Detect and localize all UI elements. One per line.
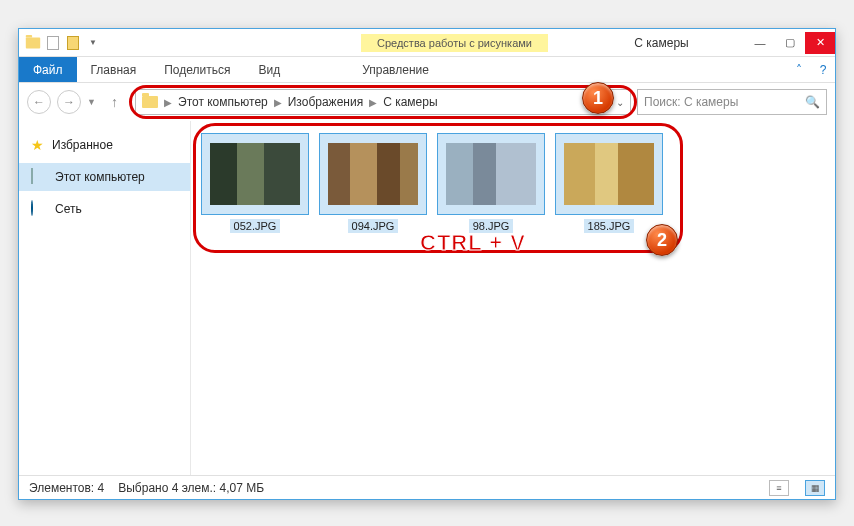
- details-view-button[interactable]: ≡: [769, 480, 789, 496]
- body: ★ Избранное Этот компьютер Сеть 052.JPG: [19, 121, 835, 475]
- file-item[interactable]: 98.JPG: [437, 133, 545, 233]
- thumbnail: [555, 133, 663, 215]
- network-icon: [31, 201, 47, 217]
- tab-home[interactable]: Главная: [77, 57, 151, 82]
- address-bar[interactable]: ▶ Этот компьютер ▶ Изображения ▶ С камер…: [135, 89, 631, 115]
- status-item-count: Элементов: 4: [29, 481, 104, 495]
- sidebar-item-network[interactable]: Сеть: [19, 195, 190, 223]
- status-bar: Элементов: 4 Выбрано 4 элем.: 4,07 МБ ≡ …: [19, 475, 835, 499]
- file-item[interactable]: 052.JPG: [201, 133, 309, 233]
- search-icon[interactable]: 🔍: [805, 95, 820, 109]
- up-button[interactable]: ↑: [111, 94, 129, 110]
- thumbnails-view-button[interactable]: ▦: [805, 480, 825, 496]
- file-item[interactable]: 185.JPG: [555, 133, 663, 233]
- file-list[interactable]: 052.JPG 094.JPG 98.JPG 185.JPG: [191, 121, 835, 475]
- close-button[interactable]: ✕: [805, 32, 835, 54]
- status-selection: Выбрано 4 элем.: 4,07 МБ: [118, 481, 264, 495]
- search-placeholder: Поиск: С камеры: [644, 95, 738, 109]
- titlebar: ▼ Средства работы с рисунками С камеры —…: [19, 29, 835, 57]
- context-tab-label: Средства работы с рисунками: [361, 34, 548, 52]
- sidebar-item-favorites[interactable]: ★ Избранное: [19, 131, 190, 159]
- sidebar: ★ Избранное Этот компьютер Сеть: [19, 121, 191, 475]
- quick-access-toolbar: ▼: [19, 35, 101, 51]
- sidebar-item-label: Избранное: [52, 138, 113, 152]
- star-icon: ★: [31, 137, 44, 153]
- navigation-row: ← → ▼ ↑ ▶ Этот компьютер ▶ Изображения ▶…: [19, 83, 835, 121]
- thumbnail: [437, 133, 545, 215]
- minimize-button[interactable]: —: [745, 32, 775, 54]
- breadcrumb-root[interactable]: Этот компьютер: [178, 95, 268, 109]
- annotation-badge-2: 2: [646, 224, 678, 256]
- maximize-button[interactable]: ▢: [775, 32, 805, 54]
- explorer-window: ▼ Средства работы с рисунками С камеры —…: [18, 28, 836, 500]
- annotation-shortcut: CTRL + V: [420, 230, 526, 256]
- back-button[interactable]: ←: [27, 90, 51, 114]
- sidebar-item-label: Сеть: [55, 202, 82, 216]
- breadcrumb-level2[interactable]: С камеры: [383, 95, 437, 109]
- window-controls: — ▢ ✕: [745, 32, 835, 54]
- sidebar-item-label: Этот компьютер: [55, 170, 145, 184]
- qat-dropdown-icon[interactable]: ▼: [85, 35, 101, 51]
- search-input[interactable]: Поиск: С камеры 🔍: [637, 89, 827, 115]
- tab-manage[interactable]: Управление: [348, 57, 443, 82]
- file-name: 185.JPG: [584, 219, 635, 233]
- folder-icon: [25, 35, 41, 51]
- new-folder-icon[interactable]: [65, 35, 81, 51]
- recent-dropdown-icon[interactable]: ▼: [87, 97, 105, 107]
- folder-icon: [142, 96, 158, 108]
- ribbon-tabs: Файл Главная Поделиться Вид Управление ˄…: [19, 57, 835, 83]
- ribbon-collapse-icon[interactable]: ˄: [787, 57, 811, 82]
- computer-icon: [31, 169, 47, 185]
- window-title: С камеры: [578, 36, 745, 50]
- file-item[interactable]: 094.JPG: [319, 133, 427, 233]
- tab-view[interactable]: Вид: [244, 57, 294, 82]
- file-name: 094.JPG: [348, 219, 399, 233]
- help-icon[interactable]: ?: [811, 57, 835, 82]
- address-dropdown-icon[interactable]: ⌄: [616, 97, 624, 108]
- properties-icon[interactable]: [45, 35, 61, 51]
- annotation-badge-1: 1: [582, 82, 614, 114]
- chevron-right-icon[interactable]: ▶: [162, 97, 174, 108]
- tab-file[interactable]: Файл: [19, 57, 77, 82]
- chevron-right-icon[interactable]: ▶: [272, 97, 284, 108]
- forward-button[interactable]: →: [57, 90, 81, 114]
- tab-share[interactable]: Поделиться: [150, 57, 244, 82]
- thumbnail: [319, 133, 427, 215]
- sidebar-item-this-pc[interactable]: Этот компьютер: [19, 163, 190, 191]
- breadcrumb-level1[interactable]: Изображения: [288, 95, 363, 109]
- chevron-right-icon[interactable]: ▶: [367, 97, 379, 108]
- file-name: 052.JPG: [230, 219, 281, 233]
- thumbnail: [201, 133, 309, 215]
